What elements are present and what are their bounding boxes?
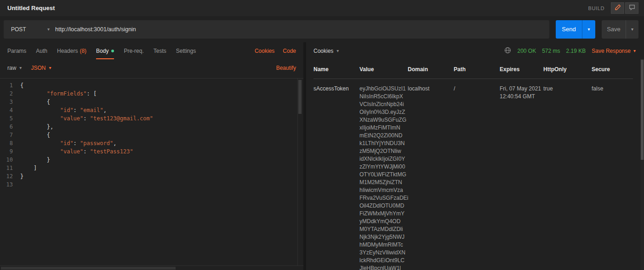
editor-vertical-scroll-thumb[interactable] [298, 80, 302, 114]
code-line[interactable]: 11 ] [0, 164, 303, 172]
tab-settings[interactable]: Settings [176, 42, 196, 59]
save-response-label: Save Response [592, 48, 631, 54]
code-line[interactable]: 1{ [0, 81, 303, 90]
code-text: "value": "testPass123" [20, 147, 133, 156]
editor-horizontal-scroll-thumb[interactable] [1, 267, 176, 270]
cookies-link[interactable]: Cookies [255, 48, 274, 54]
body-language-dropdown[interactable]: JSON ▾ [31, 65, 51, 71]
cookie-value-line: yMDdkYmQ4OD [359, 218, 406, 225]
tab-body[interactable]: Body [96, 42, 114, 59]
response-header: Cookies ▾ 200 OK 572 ms 2.19 KB Save Res… [306, 42, 644, 59]
url-input[interactable] [55, 20, 549, 39]
line-number: 10 [0, 156, 20, 164]
tab-label: Tests [154, 48, 166, 54]
code-line[interactable]: 6 }, [0, 123, 303, 131]
tab-label: Headers [57, 48, 78, 54]
column-header-httponly: HttpOnly [543, 61, 592, 79]
cookie-name: sAccessToken [313, 79, 359, 270]
cookie-value: eyJhbGciOiJSUzI1NiIsInR5cCI6IkpXVCIsInZl… [359, 79, 408, 270]
column-header-value: Value [359, 61, 408, 79]
code-text: { [20, 98, 50, 106]
code-line[interactable]: 3 { [0, 98, 303, 106]
chevron-down-icon: ▾ [587, 27, 590, 32]
method-dropdown[interactable]: POST ▾ [4, 20, 55, 39]
body-has-content-dot [111, 50, 114, 52]
cookie-value-line: hMDMyMmRlMTc [359, 241, 406, 249]
line-number: 2 [0, 90, 20, 98]
url-control: POST ▾ [4, 20, 549, 39]
line-number: 4 [0, 106, 20, 114]
body-format-dropdown[interactable]: raw ▾ [7, 65, 22, 71]
save-button[interactable]: Save [602, 20, 626, 39]
cookie-value-line: zZlYmYtYWJjMi00 [359, 163, 406, 171]
editor-vertical-scrollbar[interactable] [297, 79, 302, 265]
response-panel: Cookies ▾ 200 OK 572 ms 2.19 KB Save Res… [306, 42, 644, 270]
code-line[interactable]: 8 "id": "password", [0, 139, 303, 147]
body-language-label: JSON [31, 65, 46, 71]
chevron-down-icon: ▾ [47, 27, 50, 32]
code-line[interactable]: 4 "id": "email", [0, 106, 303, 114]
code-text: "id": "email", [20, 106, 107, 114]
chevron-down-icon: ▾ [336, 48, 339, 53]
comments-button[interactable] [625, 2, 638, 14]
build-mode-label: BUILD [588, 6, 604, 11]
cookie-path: / [454, 79, 500, 270]
line-number: 3 [0, 98, 20, 106]
cookie-secure: false [592, 79, 633, 270]
send-options-button[interactable]: ▾ [582, 20, 595, 39]
cookie-value-line: OTY0LWFiZTktMG [359, 171, 406, 179]
cookies-table-header: Name Value Domain Path Expires HttpOnly … [313, 61, 633, 79]
line-number: 6 [0, 123, 20, 131]
cookie-value-line: M1M2M5ZjhiZTN [359, 179, 406, 186]
cookie-value-line: Njk3Njk2Yjg5NWJ [359, 233, 406, 241]
save-options-button[interactable]: ▾ [626, 20, 638, 39]
body-code-editor[interactable]: 1{2 "formFields": [3 {4 "id": "email",5 … [0, 78, 303, 270]
edit-request-button[interactable] [611, 2, 624, 14]
send-split-button: Send ▾ [556, 20, 595, 39]
beautify-link[interactable]: Beautify [276, 65, 296, 71]
response-cookies-dropdown[interactable]: Cookies ▾ [313, 48, 339, 54]
line-number: 8 [0, 139, 20, 147]
tab-tests[interactable]: Tests [154, 42, 166, 59]
column-header-name: Name [313, 61, 359, 79]
editor-horizontal-scrollbar[interactable] [0, 265, 303, 270]
top-bar-actions: BUILD [588, 2, 638, 14]
response-status: 200 OK [517, 48, 536, 54]
code-line[interactable]: 2 "formFields": [ [0, 90, 303, 98]
cookie-value-line: FRva2VuSGFzaDEi [359, 194, 406, 202]
code-line[interactable]: 10 } [0, 156, 303, 164]
line-number: 13 [0, 180, 20, 189]
send-button[interactable]: Send [556, 20, 582, 39]
cookie-value-line: JleHBpcnlUaW1l [359, 264, 406, 270]
response-cookies-label: Cookies [313, 48, 333, 54]
cookie-value-line: k1LThlYjYtNDU3N [359, 140, 406, 147]
cookie-value-line: lckRhdGEiOnt9LC [359, 257, 406, 264]
response-scrollbar[interactable] [640, 59, 644, 270]
pencil-icon [615, 4, 621, 12]
cookie-domain: localhost [408, 79, 454, 270]
cookie-expires-time: 12:40:54 GMT [500, 93, 541, 101]
tab-label: Body [96, 48, 108, 54]
method-label: POST [11, 26, 26, 33]
tab-headers[interactable]: Headers (8) [57, 42, 86, 59]
tab-auth[interactable]: Auth [36, 42, 47, 59]
response-size: 2.19 KB [566, 48, 586, 54]
save-response-dropdown[interactable]: Save Response ▾ [592, 48, 636, 54]
code-text: "id": "password", [20, 139, 117, 147]
tab-label: Params [7, 48, 26, 54]
code-text: "formFields": [ [20, 90, 97, 98]
code-link[interactable]: Code [283, 48, 296, 54]
headers-count-badge: (8) [80, 48, 86, 54]
tab-pre-request[interactable]: Pre-req. [124, 42, 143, 59]
code-line[interactable]: 9 "value": "testPass123" [0, 147, 303, 156]
network-globe-icon[interactable] [504, 47, 511, 55]
code-line[interactable]: 12} [0, 172, 303, 180]
tab-params[interactable]: Params [7, 42, 26, 59]
request-tabs: Params Auth Headers (8) Body Pre-req. Te… [7, 42, 196, 59]
cookie-value-line: eyJhbGciOiJSUzI1 [359, 85, 406, 93]
code-line[interactable]: 7 { [0, 131, 303, 139]
response-scroll-thumb[interactable] [641, 60, 644, 160]
cookie-value-line: mEtN2Q2Zi00ND [359, 132, 406, 140]
code-line[interactable]: 5 "value": "test123@gmail.com" [0, 114, 303, 123]
code-line[interactable]: 13 [0, 180, 303, 189]
